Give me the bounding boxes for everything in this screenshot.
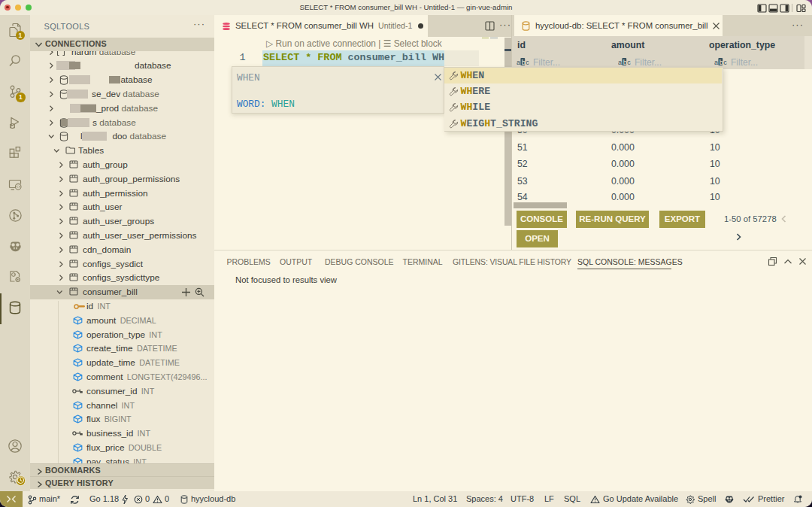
svg-text:a: a [714, 59, 718, 66]
svg-text:b: b [720, 59, 723, 66]
svg-text:a: a [618, 59, 622, 66]
svg-text:a: a [517, 59, 520, 66]
svg-text:b: b [522, 59, 526, 66]
svg-text:c: c [627, 59, 631, 66]
svg-text:c: c [723, 59, 727, 66]
svg-text:c: c [526, 59, 529, 66]
svg-text:b: b [623, 59, 627, 66]
